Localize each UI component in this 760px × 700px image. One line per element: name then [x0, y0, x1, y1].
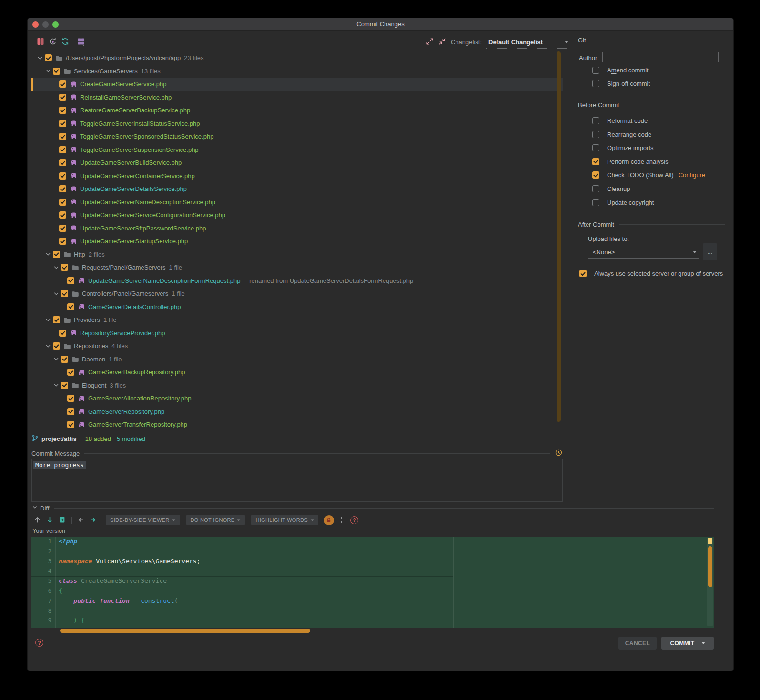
file-checkbox[interactable] — [67, 369, 74, 376]
browse-servers-button[interactable]: ... — [703, 243, 717, 260]
chevron-down-icon[interactable] — [44, 67, 52, 75]
option-checkbox[interactable] — [592, 131, 599, 138]
show-diff-icon[interactable] — [36, 37, 45, 46]
file-checkbox[interactable] — [59, 80, 66, 88]
file-checkbox[interactable] — [59, 211, 66, 219]
chevron-down-icon[interactable] — [52, 355, 60, 363]
option-checkbox[interactable] — [592, 67, 599, 74]
file-checkbox[interactable] — [67, 303, 74, 310]
option-checkbox[interactable] — [592, 80, 599, 87]
tree-row-file[interactable]: GameServerTransferRepository.php — [31, 418, 563, 431]
expand-all-icon[interactable] — [426, 38, 435, 46]
tree-row-file[interactable]: UpdateGameServerNameDescriptionFormReque… — [31, 274, 563, 288]
tree-row-file[interactable]: ToggleGameServerSuspensionService.php — [31, 143, 563, 157]
tree-row-file[interactable]: UpdateGameServerSftpPasswordService.php — [31, 222, 563, 235]
previous-difference-icon[interactable] — [34, 516, 41, 524]
file-checkbox[interactable] — [67, 408, 74, 415]
tree-row-file[interactable]: RepositoryServiceProvider.php — [31, 327, 563, 340]
refresh-icon[interactable] — [61, 37, 70, 46]
tree-scrollbar[interactable] — [557, 51, 561, 422]
branch-name[interactable]: project/attis — [41, 435, 77, 442]
file-checkbox[interactable] — [59, 185, 66, 192]
option-checkbox[interactable] — [592, 158, 599, 165]
tree-row-directory[interactable]: Controllers/Panel/Gameservers1 file — [31, 287, 563, 300]
option-checkbox[interactable] — [592, 199, 599, 206]
file-checkbox[interactable] — [59, 172, 66, 180]
configure-link[interactable]: Configure — [679, 171, 705, 179]
option-checkbox[interactable] — [592, 117, 599, 124]
viewer-mode-dropdown[interactable]: SIDE-BY-SIDE VIEWER — [106, 515, 180, 525]
file-checkbox[interactable] — [59, 199, 66, 206]
file-checkbox[interactable] — [67, 421, 74, 428]
upload-server-dropdown[interactable]: <None> — [588, 246, 699, 259]
highlight-policy-dropdown[interactable]: HIGHLIGHT WORDS — [251, 515, 318, 525]
file-checkbox[interactable] — [53, 68, 60, 75]
editor-horizontal-scrollbar[interactable] — [60, 629, 310, 633]
changelist-dropdown[interactable]: Default Changelist — [486, 36, 571, 49]
tree-row-file[interactable]: GameServerAllocationRepository.php — [31, 392, 563, 405]
revert-icon[interactable] — [49, 37, 57, 46]
file-checkbox[interactable] — [67, 277, 74, 284]
option-checkbox[interactable] — [592, 185, 599, 192]
file-checkbox[interactable] — [59, 159, 66, 166]
option-checkbox[interactable] — [592, 144, 599, 151]
tree-row-file[interactable]: UpdateGameServerNameDescriptionService.p… — [31, 196, 563, 209]
tree-row-directory[interactable]: Http2 files — [31, 248, 563, 261]
tree-row-directory[interactable]: Services/GameServers13 files — [31, 65, 563, 78]
tree-row-file[interactable]: UpdateGameServerStartupService.php — [31, 235, 563, 248]
file-checkbox[interactable] — [53, 251, 60, 258]
file-checkbox[interactable] — [61, 356, 68, 363]
commit-button[interactable]: COMMIT — [661, 637, 714, 650]
readonly-lock-icon[interactable] — [324, 515, 334, 525]
chevron-down-icon[interactable] — [52, 381, 60, 389]
file-checkbox[interactable] — [59, 120, 66, 127]
file-checkbox[interactable] — [59, 146, 66, 153]
file-checkbox[interactable] — [67, 395, 74, 402]
file-checkbox[interactable] — [59, 225, 66, 232]
tree-row-directory[interactable]: Repositories4 files — [31, 340, 563, 353]
option-checkbox[interactable] — [579, 270, 587, 277]
more-options-icon[interactable] — [340, 516, 344, 524]
commit-options-chevron-icon[interactable] — [701, 642, 705, 644]
next-file-icon[interactable] — [90, 516, 97, 524]
option-checkbox[interactable] — [592, 171, 599, 179]
chevron-down-icon[interactable] — [44, 316, 52, 324]
ignore-policy-dropdown[interactable]: DO NOT IGNORE — [186, 515, 245, 525]
commit-message-input[interactable]: More progress — [31, 459, 563, 502]
diff-collapse-chevron-icon[interactable] — [31, 504, 38, 512]
chevron-down-icon[interactable] — [44, 250, 52, 258]
help-button[interactable]: ? — [35, 639, 43, 647]
file-checkbox[interactable] — [61, 290, 68, 297]
tree-row-file[interactable]: UpdateGameServerServiceConfigurationServ… — [31, 209, 563, 222]
tree-row-directory[interactable]: Daemon1 file — [31, 353, 563, 366]
jump-to-source-icon[interactable] — [59, 516, 66, 524]
group-by-icon[interactable] — [77, 37, 85, 46]
tree-row-file[interactable]: CreateGameServerService.php — [31, 78, 563, 91]
editor-vertical-scrollbar[interactable] — [708, 546, 712, 587]
chevron-down-icon[interactable] — [52, 290, 60, 298]
file-checkbox[interactable] — [45, 54, 52, 61]
diff-editor-your-version[interactable]: 12345678910 <?phpnamespace Vulcan\Servic… — [31, 537, 714, 628]
file-checkbox[interactable] — [53, 316, 60, 323]
file-checkbox[interactable] — [59, 133, 66, 140]
tree-row-file[interactable]: UpdateGameServerContainerService.php — [31, 170, 563, 183]
collapse-all-icon[interactable] — [438, 38, 447, 46]
tree-row-directory[interactable]: Eloquent3 files — [31, 379, 563, 392]
tree-row-file[interactable]: RestoreGameServerBackupService.php — [31, 104, 563, 117]
message-history-icon[interactable] — [555, 449, 563, 459]
tree-row-file[interactable]: ToggleGameServerSponsoredStatusService.p… — [31, 130, 563, 143]
tree-row-directory[interactable]: Requests/Panel/GameServers1 file — [31, 261, 563, 274]
previous-file-icon[interactable] — [77, 516, 85, 524]
file-checkbox[interactable] — [59, 330, 66, 337]
author-field[interactable] — [602, 52, 719, 62]
chevron-down-icon[interactable] — [52, 264, 60, 271]
diff-help-icon[interactable]: ? — [350, 516, 358, 524]
tree-row-directory[interactable]: /Users/joost/PhpstormProjects/vulcan/app… — [31, 51, 563, 65]
tree-row-file[interactable]: ReinstallGameServerService.php — [31, 91, 563, 104]
file-checkbox[interactable] — [53, 342, 60, 350]
file-checkbox[interactable] — [59, 238, 66, 245]
chevron-down-icon[interactable] — [36, 54, 44, 62]
tree-row-file[interactable]: GameServerBackupRepository.php — [31, 366, 563, 379]
error-stripe-mark[interactable] — [708, 538, 712, 544]
tree-row-file[interactable]: GameServerDetailsController.php — [31, 300, 563, 314]
